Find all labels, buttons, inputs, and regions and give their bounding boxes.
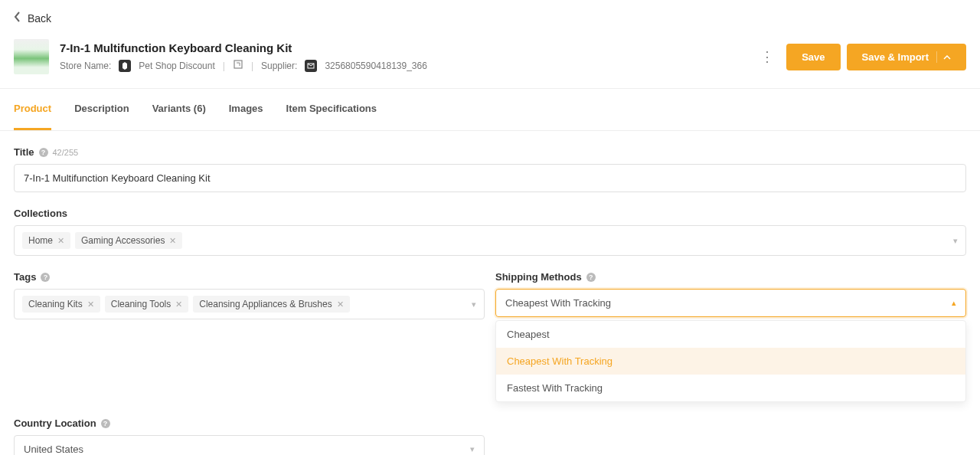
collections-input[interactable]: Home ✕ Gaming Accessories ✕ ▾ [14,225,966,256]
chevron-up-icon [936,51,951,63]
shipping-select[interactable]: Cheapest With Tracking ▴ [495,289,966,317]
tags-input[interactable]: Cleaning Kits ✕ Cleaning Tools ✕ Cleansi… [14,289,485,319]
external-link-icon[interactable] [233,59,243,72]
title-counter: 42/255 [53,148,79,157]
country-value: United States [24,444,83,455]
chevron-down-icon: ▾ [953,236,958,246]
shipping-option[interactable]: Cheapest With Tracking [496,348,965,375]
country-select[interactable]: United States ▾ [14,435,485,455]
chevron-down-icon: ▾ [472,300,476,309]
chevron-left-icon [14,11,21,25]
remove-tag-icon[interactable]: ✕ [87,300,94,309]
shipping-option[interactable]: Cheapest [496,321,965,348]
tag-chip: Cleaning Tools ✕ [105,296,189,313]
back-label: Back [28,12,51,25]
shopify-icon [119,60,131,72]
store-name-value: Pet Shop Discount [139,61,214,71]
tags-label: Tags [14,271,36,283]
tab-product[interactable]: Product [14,89,51,130]
more-actions-icon[interactable]: ⋮ [754,45,780,68]
help-icon[interactable]: ? [41,273,50,282]
product-thumbnail [14,39,49,74]
back-link[interactable]: Back [0,0,980,36]
save-import-button[interactable]: Save & Import [847,44,966,70]
svg-rect-0 [234,61,242,68]
chevron-down-icon: ▾ [470,444,475,454]
remove-tag-icon[interactable]: ✕ [169,236,176,246]
help-icon[interactable]: ? [101,419,110,428]
country-label: Country Location [14,417,96,429]
title-label: Title [14,146,34,158]
shipping-value: Cheapest With Tracking [505,297,611,309]
tab-specifications[interactable]: Item Specifications [286,89,377,130]
save-import-label: Save & Import [862,51,929,63]
collections-label: Collections [14,208,67,219]
tab-variants[interactable]: Variants (6) [152,89,206,130]
product-title: 7-In-1 Multifunction Keyboard Cleaning K… [60,41,743,54]
tag-chip: Cleaning Kits ✕ [22,296,100,313]
supplier-label: Supplier: [261,61,297,71]
shipping-option[interactable]: Fastest With Tracking [496,375,965,401]
supplier-value: 3256805590418139_366 [325,61,426,71]
shipping-label: Shipping Methods [495,271,582,283]
remove-tag-icon[interactable]: ✕ [337,300,344,309]
collection-tag: Home ✕ [22,232,70,249]
title-input[interactable] [14,164,966,192]
help-icon[interactable]: ? [39,148,48,157]
tag-chip: Cleansing Appliances & Brushes ✕ [193,296,349,313]
tab-images[interactable]: Images [229,89,263,130]
collection-tag: Gaming Accessories ✕ [75,232,182,249]
remove-tag-icon[interactable]: ✕ [57,236,64,246]
tab-description[interactable]: Description [74,89,129,130]
save-button[interactable]: Save [786,44,840,70]
shipping-dropdown: Cheapest Cheapest With Tracking Fastest … [495,320,966,402]
supplier-icon [305,60,317,72]
store-name-label: Store Name: [60,61,111,71]
remove-tag-icon[interactable]: ✕ [175,300,182,309]
help-icon[interactable]: ? [586,273,596,282]
chevron-up-icon: ▴ [952,298,956,308]
